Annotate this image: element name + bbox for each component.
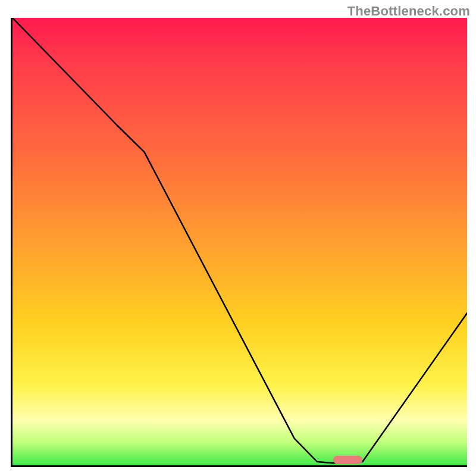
chart-container: TheBottleneck.com <box>0 0 476 476</box>
optimal-range-marker <box>333 456 363 464</box>
plot-area <box>11 18 467 467</box>
curve-path <box>12 18 467 463</box>
watermark: TheBottleneck.com <box>347 4 470 19</box>
bottleneck-curve <box>12 18 467 465</box>
